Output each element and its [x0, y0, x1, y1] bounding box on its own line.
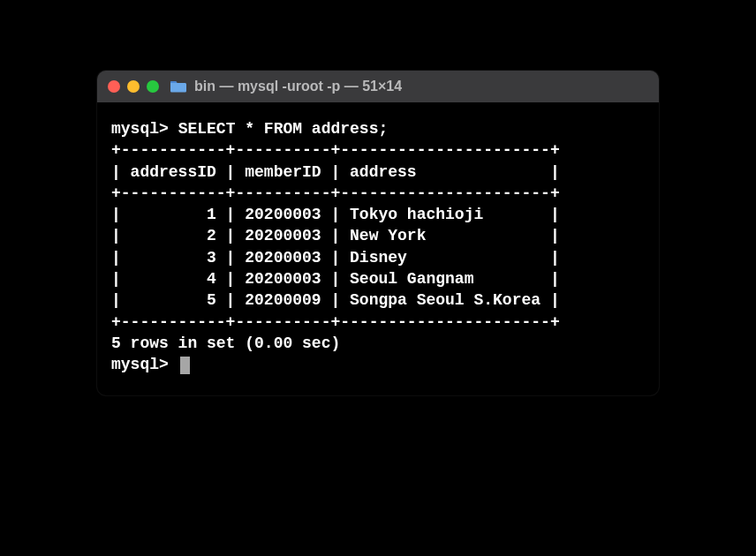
table-border: +-----------+----------+----------------… [111, 139, 645, 161]
status-line: 5 rows in set (0.00 sec) [111, 333, 645, 354]
titlebar[interactable]: bin — mysql -uroot -p — 51×14 [97, 71, 659, 102]
table-row: | 4 | 20200003 | Seoul Gangnam | [111, 268, 645, 289]
table-header: | addressID | memberID | address | [111, 162, 645, 183]
terminal-body[interactable]: mysql> SELECT * FROM address;+----------… [97, 102, 659, 395]
mysql-prompt: mysql> [111, 120, 178, 138]
zoom-icon[interactable] [147, 80, 159, 93]
close-icon[interactable] [108, 80, 120, 93]
minimize-icon[interactable] [127, 80, 140, 93]
table-row: | 3 | 20200003 | Disney | [111, 247, 645, 268]
window-title: bin — mysql -uroot -p — 51×14 [194, 79, 402, 94]
prompt-line: mysql> SELECT * FROM address; [111, 118, 645, 139]
cursor-block [180, 357, 190, 374]
table-row: | 2 | 20200003 | New York | [111, 225, 645, 246]
table-row: | 1 | 20200003 | Tokyo hachioji | [111, 204, 645, 225]
mysql-prompt: mysql> [111, 356, 178, 373]
traffic-lights [108, 80, 159, 93]
table-border: +-----------+----------+----------------… [111, 312, 645, 333]
prompt-line: mysql> [111, 354, 645, 375]
terminal-window: bin — mysql -uroot -p — 51×14 mysql> SEL… [97, 71, 659, 395]
table-border: +-----------+----------+----------------… [111, 183, 645, 204]
table-row: | 5 | 20200009 | Songpa Seoul S.Korea | [111, 289, 645, 311]
sql-query: SELECT * FROM address; [178, 120, 389, 138]
folder-icon [170, 79, 187, 94]
